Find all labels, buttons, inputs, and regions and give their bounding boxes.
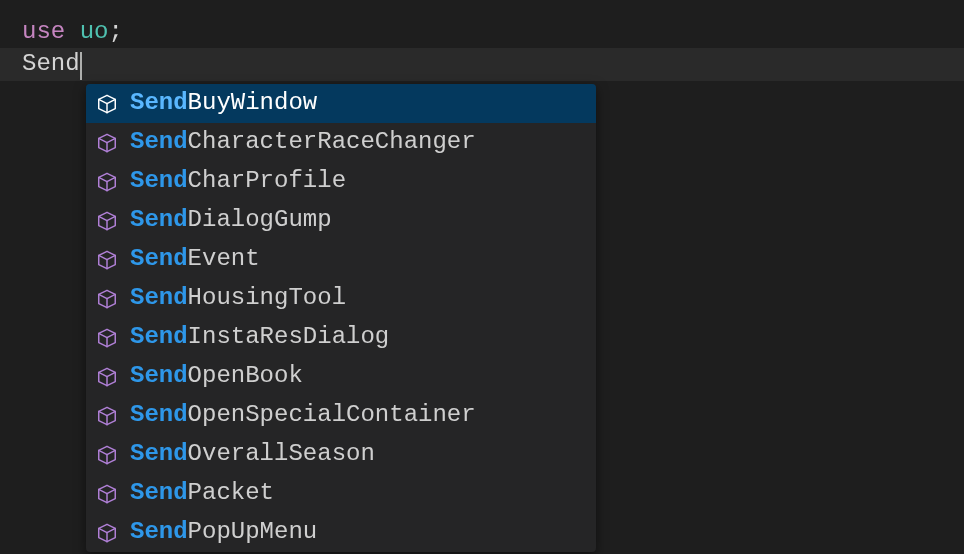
typed-text: Send <box>22 50 80 77</box>
suggest-item-label: SendDialogGump <box>130 204 332 236</box>
suggest-match: Send <box>130 206 188 233</box>
suggest-match: Send <box>130 89 188 116</box>
suggest-match: Send <box>130 401 188 428</box>
suggest-widget[interactable]: SendBuyWindow SendCharacterRaceChanger S… <box>86 84 596 552</box>
suggest-item-label: SendInstaResDialog <box>130 321 389 353</box>
code-line-2[interactable]: Send <box>0 48 964 80</box>
module-icon <box>96 210 118 232</box>
suggest-match: Send <box>130 167 188 194</box>
module-icon <box>96 288 118 310</box>
suggest-match: Send <box>130 128 188 155</box>
module-name: uo <box>80 18 109 45</box>
keyword-use: use <box>22 18 65 45</box>
suggest-rest: CharacterRaceChanger <box>188 128 476 155</box>
suggest-item[interactable]: SendOverallSeason <box>86 435 596 474</box>
suggest-rest: DialogGump <box>188 206 332 233</box>
suggest-rest: PopUpMenu <box>188 518 318 545</box>
suggest-item-label: SendBuyWindow <box>130 87 317 119</box>
suggest-match: Send <box>130 284 188 311</box>
code-editor[interactable]: use uo; Send SendBuyWindow SendCharacter… <box>0 0 964 81</box>
suggest-item[interactable]: SendPopUpMenu <box>86 513 596 552</box>
suggest-rest: BuyWindow <box>188 89 318 116</box>
suggest-item[interactable]: SendOpenBook <box>86 357 596 396</box>
suggest-match: Send <box>130 518 188 545</box>
suggest-rest: InstaResDialog <box>188 323 390 350</box>
suggest-item-label: SendPacket <box>130 477 274 509</box>
suggest-item[interactable]: SendInstaResDialog <box>86 318 596 357</box>
suggest-item[interactable]: SendOpenSpecialContainer <box>86 396 596 435</box>
suggest-rest: OpenSpecialContainer <box>188 401 476 428</box>
suggest-rest: CharProfile <box>188 167 346 194</box>
suggest-match: Send <box>130 362 188 389</box>
suggest-match: Send <box>130 479 188 506</box>
suggest-rest: OverallSeason <box>188 440 375 467</box>
text-cursor <box>80 52 82 80</box>
suggest-rest: Event <box>188 245 260 272</box>
suggest-item-label: SendPopUpMenu <box>130 516 317 548</box>
suggest-rest: HousingTool <box>188 284 346 311</box>
suggest-item-label: SendHousingTool <box>130 282 346 314</box>
suggest-match: Send <box>130 245 188 272</box>
suggest-item[interactable]: SendCharacterRaceChanger <box>86 123 596 162</box>
module-icon <box>96 93 118 115</box>
module-icon <box>96 366 118 388</box>
suggest-rest: Packet <box>188 479 274 506</box>
suggest-item[interactable]: SendDialogGump <box>86 201 596 240</box>
module-icon <box>96 171 118 193</box>
suggest-item[interactable]: SendEvent <box>86 240 596 279</box>
suggest-item-label: SendCharProfile <box>130 165 346 197</box>
module-icon <box>96 405 118 427</box>
module-icon <box>96 249 118 271</box>
suggest-rest: OpenBook <box>188 362 303 389</box>
module-icon <box>96 483 118 505</box>
semicolon: ; <box>108 18 122 45</box>
module-icon <box>96 444 118 466</box>
module-icon <box>96 132 118 154</box>
suggest-item-label: SendCharacterRaceChanger <box>130 126 476 158</box>
module-icon <box>96 327 118 349</box>
suggest-item[interactable]: SendCharProfile <box>86 162 596 201</box>
module-icon <box>96 522 118 544</box>
suggest-match: Send <box>130 440 188 467</box>
suggest-item-label: SendOpenSpecialContainer <box>130 399 476 431</box>
suggest-item-label: SendOverallSeason <box>130 438 375 470</box>
suggest-item[interactable]: SendBuyWindow <box>86 84 596 123</box>
suggest-item-label: SendEvent <box>130 243 260 275</box>
suggest-item[interactable]: SendPacket <box>86 474 596 513</box>
code-line-1: use uo; <box>22 16 964 48</box>
suggest-item[interactable]: SendHousingTool <box>86 279 596 318</box>
suggest-match: Send <box>130 323 188 350</box>
suggest-item-label: SendOpenBook <box>130 360 303 392</box>
